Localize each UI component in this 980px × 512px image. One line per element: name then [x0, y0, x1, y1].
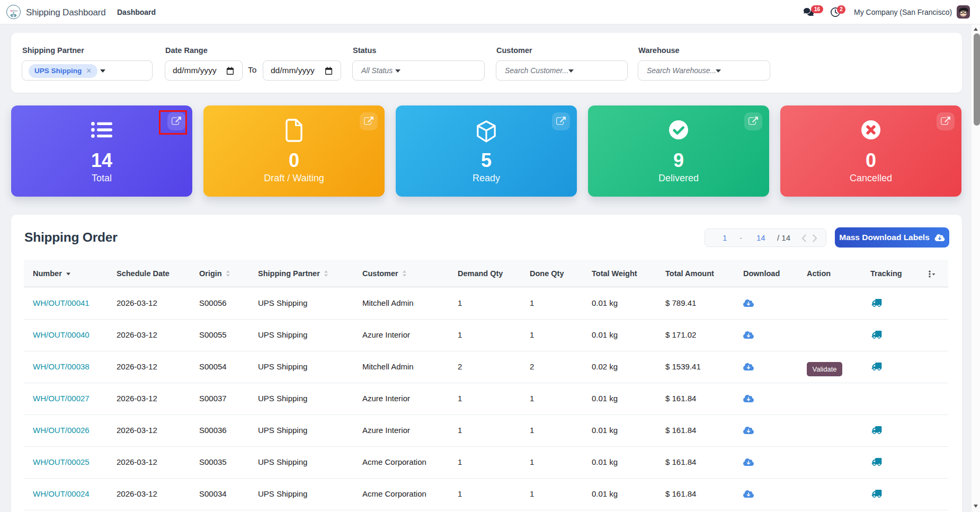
- svg-text:doo: doo: [12, 9, 18, 12]
